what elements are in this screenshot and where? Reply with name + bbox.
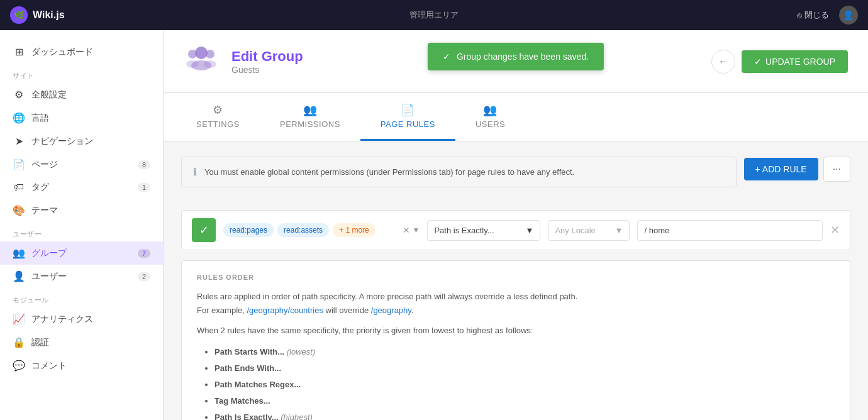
exit-icon: ⎋ [797,11,802,20]
sidebar-item-tags[interactable]: 🏷 タグ 1 [0,176,163,199]
svg-point-5 [204,60,216,68]
layout: ⊞ ダッシュボード サイト ⚙ 全般設定 🌐 言語 ➤ ナビゲーション 📄 ペー… [0,30,868,420]
sidebar-label-themes: テーマ [31,205,58,216]
tab-permissions[interactable]: 👥 PERMISSIONS [260,93,360,141]
tags-badge: 1 [138,183,150,192]
theme-icon: 🎨 [13,204,25,216]
svg-point-4 [206,50,214,58]
link-geography[interactable]: /geography [371,306,411,315]
dots-icon: ··· [833,163,841,174]
tabs: ⚙ SETTINGS 👥 PERMISSIONS 📄 PAGE RULES 👥 … [164,93,868,141]
info-icon: ℹ [193,166,197,178]
sidebar-item-language[interactable]: 🌐 言語 [0,106,163,130]
group-icon [184,40,219,82]
permissions-tab-icon: 👥 [303,103,318,117]
checkmark-icon: ✓ [754,57,762,67]
rule-clear-button[interactable]: ✕ [403,225,410,235]
rules-order-section: RULES ORDER Rules are applied in order o… [181,260,850,420]
path-select-chevron: ▼ [526,226,534,235]
more-options-button[interactable]: ··· [823,157,850,182]
rule-tag-more[interactable]: + 1 more [333,223,376,237]
sidebar: ⊞ ダッシュボード サイト ⚙ 全般設定 🌐 言語 ➤ ナビゲーション 📄 ペー… [0,30,164,420]
pages-badge: 8 [138,160,150,169]
rule-tag-read-pages: read:pages [223,223,274,237]
sidebar-item-auth[interactable]: 🔒 認証 [0,331,163,354]
logo-icon: 🌿 [10,6,28,24]
sidebar-label-navigation: ナビゲーション [31,136,93,147]
analytics-icon: 📈 [13,313,25,325]
sidebar-label-analytics: アナリティクス [31,314,93,325]
close-button[interactable]: ⎋ 閉じる [797,9,829,21]
topnav: 🌿 Wiki.js 管理用エリア ⎋ 閉じる 👤 [0,0,868,30]
back-button[interactable]: ← [711,50,735,74]
sidebar-label-comments: コメント [31,360,67,372]
main-content: Edit Group Guests ✓ Group changes have b… [164,30,868,420]
sidebar-label-language: 言語 [31,113,49,124]
svg-point-0 [195,47,208,59]
topnav-area: 管理用エリア [292,9,575,21]
sidebar-section-site: サイト [0,64,163,83]
dashboard-icon: ⊞ [13,46,25,58]
sidebar-item-themes[interactable]: 🎨 テーマ [0,199,163,222]
rules-order-title: RULES ORDER [197,274,835,281]
avatar[interactable]: 👤 [839,6,858,25]
topnav-actions: ⎋ 閉じる 👤 [576,6,858,25]
lock-icon: 🔒 [13,336,25,348]
tab-page-rules[interactable]: 📄 PAGE RULES [360,93,455,141]
sidebar-item-users[interactable]: 👤 ユーザー 2 [0,265,163,288]
svg-point-3 [186,60,199,68]
rule-action-buttons: + ADD RULE ··· [744,157,850,182]
sidebar-item-general[interactable]: ⚙ 全般設定 [0,83,163,106]
sidebar-label-auth: 認証 [31,337,49,348]
permissions-tab-label: PERMISSIONS [280,119,340,129]
sidebar-item-comments[interactable]: 💬 コメント [0,354,163,377]
sidebar-item-navigation[interactable]: ➤ ナビゲーション [0,130,163,153]
pagerules-tab-label: PAGE RULES [381,119,435,129]
rule-dropdown-button[interactable]: ▼ [413,226,420,235]
comment-icon: 💬 [13,360,25,372]
page-icon: 📄 [13,158,25,170]
rules-order-para2: When 2 rules have the same specificity, … [197,324,835,338]
sidebar-label-groups: グループ [31,248,67,259]
list-item: Path Starts With... (lowest) [214,344,835,360]
settings-tab-icon: ⚙ [213,103,223,117]
rule-active-indicator: ✓ [192,218,216,242]
users-tab-label: USERS [476,119,505,129]
tab-users[interactable]: 👥 USERS [455,93,525,141]
rule-locale-select[interactable]: Any Locale ▼ [548,220,630,241]
svg-point-2 [188,50,197,58]
tag-icon: 🏷 [13,182,25,193]
rules-order-para1: Rules are applied in order of path speci… [197,290,835,318]
page-header-actions: ← ✓ UPDATE GROUP [711,50,848,74]
sidebar-item-analytics[interactable]: 📈 アナリティクス [0,307,163,331]
pagerules-tab-icon: 📄 [401,103,415,117]
app-name: Wiki.js [33,9,65,21]
rule-path-select[interactable]: Path is Exactly... Path Starts With... P… [427,220,540,241]
toast-icon: ✓ [443,52,450,62]
users-tab-icon: 👥 [483,103,498,117]
list-item: Tag Matches... [214,393,835,409]
sidebar-label-users: ユーザー [31,271,67,282]
update-group-button[interactable]: ✓ UPDATE GROUP [742,50,848,73]
tab-settings[interactable]: ⚙ SETTINGS [176,93,260,141]
info-text: You must enable global content permissio… [204,167,574,177]
rule-path-input[interactable] [637,220,823,241]
sidebar-item-dashboard[interactable]: ⊞ ダッシュボード [0,40,163,64]
sidebar-item-pages[interactable]: 📄 ページ 8 [0,153,163,176]
rule-tag-controls: ✕ ▼ [403,225,420,235]
rule-row: ✓ read:pages read:assets + 1 more ✕ ▼ Pa… [181,210,850,250]
rule-locale-dropdown[interactable]: Any Locale [555,226,611,235]
add-rule-button[interactable]: + ADD RULE [744,158,818,180]
sidebar-label-tags: タグ [31,182,49,193]
sidebar-label-pages: ページ [31,159,58,170]
topnav-logo: 🌿 Wiki.js [10,6,292,24]
locale-select-chevron: ▼ [615,226,623,235]
sidebar-label-general: 全般設定 [31,89,67,101]
globe-icon: 🌐 [13,112,25,124]
link-geography-countries[interactable]: /geography/countries [247,306,323,315]
rule-delete-button[interactable]: ✕ [830,223,840,237]
sidebar-item-groups[interactable]: 👥 グループ 7 [0,241,163,265]
rule-path-dropdown[interactable]: Path is Exactly... Path Starts With... P… [434,226,520,235]
groups-icon: 👥 [13,247,25,259]
page-title: Edit Group [231,48,303,65]
